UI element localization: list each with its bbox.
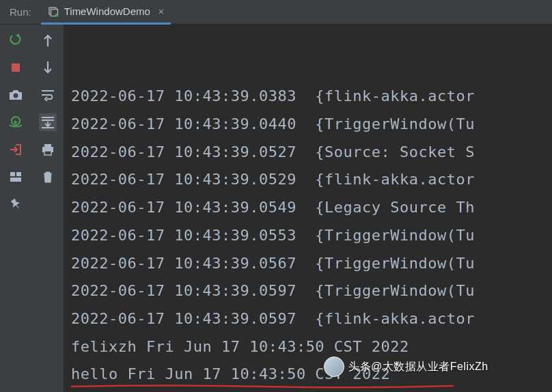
close-icon[interactable]: × — [156, 6, 164, 17]
svg-rect-6 — [16, 172, 21, 176]
watermark-text: 头条@大数据从业者FelixZh — [348, 356, 488, 377]
run-tab[interactable]: TimeWindowDemo × — [41, 1, 171, 25]
console-line: 2022-06-17 10:43:39.0529 {flink-akka.act… — [71, 166, 552, 194]
stop-icon[interactable] — [7, 59, 25, 76]
svg-rect-8 — [44, 144, 51, 147]
console-line: 2022-06-17 10:43:39.0567 {TriggerWindow(… — [71, 250, 552, 278]
console-output[interactable]: 2022-06-17 10:43:39.0383 {flink-akka.act… — [64, 25, 552, 392]
run-sidebar-right — [31, 25, 64, 392]
console-line: 2022-06-17 10:43:39.0549 {Legacy Source … — [71, 194, 552, 222]
rerun-icon[interactable] — [7, 31, 25, 49]
soft-wrap-icon[interactable] — [39, 86, 57, 104]
up-arrow-icon[interactable] — [39, 31, 57, 49]
layout-icon[interactable] — [7, 168, 25, 186]
camera-icon[interactable] — [7, 86, 25, 104]
console-line: 2022-06-17 10:43:39.0597 {flink-akka.act… — [71, 305, 552, 333]
svg-point-4 — [14, 94, 18, 98]
main-area: 2022-06-17 10:43:39.0383 {flink-akka.act… — [0, 25, 552, 392]
trash-icon[interactable] — [39, 168, 57, 186]
print-icon[interactable] — [39, 141, 57, 158]
tab-title: TimeWindowDemo — [64, 5, 150, 17]
scroll-to-end-icon[interactable] — [39, 113, 57, 131]
down-arrow-icon[interactable] — [39, 59, 57, 76]
svg-rect-3 — [12, 64, 20, 72]
console-line: 2022-06-17 10:43:39.0553 {TriggerWindow(… — [71, 222, 552, 250]
svg-rect-10 — [44, 151, 51, 155]
console-line: 2022-06-17 10:43:39.0440 {TriggerWindow(… — [71, 111, 552, 139]
pin-icon[interactable] — [7, 195, 25, 213]
watermark: 头条@大数据从业者FelixZh — [324, 356, 488, 377]
console-line: 2022-06-17 10:43:39.0383 {flink-akka.act… — [71, 83, 552, 111]
exit-icon[interactable] — [7, 141, 25, 158]
run-tabbar: Run: TimeWindowDemo × — [0, 0, 552, 25]
console-line: 2022-06-17 10:43:39.0597 {TriggerWindow(… — [71, 277, 552, 305]
svg-point-2 — [55, 13, 57, 16]
record-icon[interactable] — [7, 113, 25, 131]
svg-rect-7 — [10, 178, 21, 182]
run-sidebar-left — [0, 25, 31, 392]
run-config-icon — [48, 6, 59, 17]
console-line: after Fri Jun 17 10:44:0 — [71, 389, 552, 392]
svg-rect-5 — [10, 172, 15, 176]
console-line: 2022-06-17 10:43:39.0527 {Source: Socket… — [71, 139, 552, 167]
run-label: Run: — [0, 6, 41, 18]
avatar — [324, 356, 344, 377]
